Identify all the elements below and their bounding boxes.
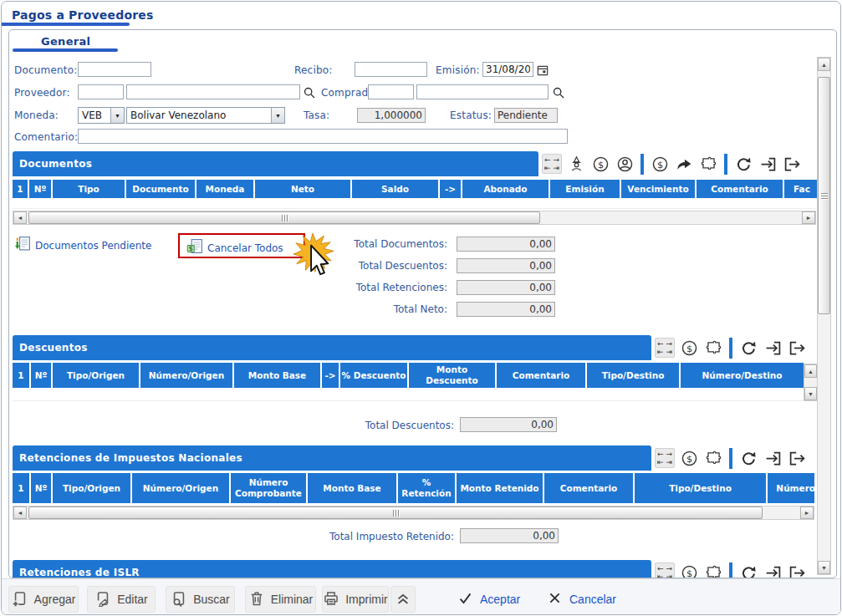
column-header[interactable]: Saldo [352, 180, 440, 198]
column-header[interactable]: Número/Origen [140, 363, 234, 388]
import-icon[interactable] [758, 154, 778, 174]
dropdown-arrow-icon[interactable]: ▼ [271, 108, 284, 123]
imprimir-button[interactable]: Imprimir [322, 586, 389, 613]
descuentos-vscrollbar[interactable]: ▲ ▼ [804, 364, 818, 401]
recibo-field[interactable] [355, 62, 427, 77]
column-header[interactable]: Nº [31, 473, 53, 503]
coin-dollar-icon[interactable]: $ [679, 338, 699, 358]
comentario-field[interactable] [78, 129, 568, 144]
coin-dollar-icon[interactable]: $ [650, 154, 670, 174]
column-header[interactable]: 1 [13, 180, 29, 198]
wizard-icon[interactable] [566, 154, 586, 174]
column-header[interactable]: Nº [29, 180, 53, 198]
dropdown-arrow-icon[interactable]: ▼ [110, 108, 124, 123]
column-header[interactable]: Monto Retenido [457, 473, 544, 503]
column-header[interactable]: % Retención [398, 473, 457, 503]
column-header[interactable]: % Descuento [340, 363, 409, 388]
proveedor-name-field[interactable] [126, 84, 300, 99]
share-arrow-icon[interactable] [674, 154, 694, 174]
col-resize-icon[interactable]: ← →⇤ ⇥ [655, 338, 675, 358]
scroll-left-icon[interactable]: ◄ [13, 507, 27, 519]
column-header[interactable]: Neto [255, 180, 352, 198]
scrollbar-thumb[interactable] [818, 77, 830, 314]
search-icon[interactable] [302, 85, 316, 99]
coin-dollar-icon[interactable]: $ [590, 154, 610, 174]
editar-button[interactable]: Editar [87, 586, 156, 613]
column-header[interactable]: Documento [126, 180, 196, 198]
comprador-code-field[interactable] [368, 84, 414, 99]
column-header[interactable]: -> [322, 363, 340, 388]
buscar-button[interactable]: Buscar [166, 586, 235, 613]
eliminar-button[interactable]: Eliminar [245, 586, 316, 613]
col-resize-icon[interactable]: ← →⇤ ⇥ [655, 563, 675, 578]
coin-dollar-icon[interactable]: $ [679, 448, 699, 468]
moneda-name-select[interactable]: Bolivar Venezolano ▼ [126, 107, 285, 124]
cancelar-button[interactable]: Cancelar [547, 586, 616, 613]
scroll-down-icon[interactable]: ▼ [818, 561, 830, 574]
column-header[interactable]: Comentario [697, 180, 784, 198]
moneda-code-select[interactable]: VEB ▼ [78, 107, 125, 124]
import-icon[interactable] [763, 448, 783, 468]
column-header[interactable]: Comentario [497, 363, 587, 388]
refresh-icon[interactable] [738, 563, 758, 578]
column-header[interactable]: Emisión [550, 180, 621, 198]
column-header[interactable]: Tipo [53, 180, 126, 198]
export-icon[interactable] [782, 154, 802, 174]
refresh-icon[interactable] [733, 154, 753, 174]
comprador-name-field[interactable] [416, 84, 549, 99]
column-header[interactable]: Número/Destino [681, 363, 804, 388]
column-header[interactable]: Tipo/Origen [53, 473, 132, 503]
import-icon[interactable] [763, 338, 783, 358]
documento-field[interactable] [78, 62, 151, 77]
retenciones-hscrollbar[interactable]: ◄ ► [13, 506, 814, 520]
collapse-toolbar-button[interactable] [390, 586, 416, 613]
column-header[interactable]: Vencimiento [621, 180, 697, 198]
person-icon[interactable] [615, 154, 635, 174]
refresh-icon[interactable] [738, 338, 758, 358]
scroll-up-icon[interactable]: ▲ [818, 58, 830, 71]
calendar-icon[interactable] [535, 63, 549, 77]
puzzle-icon[interactable] [703, 448, 723, 468]
scroll-left-icon[interactable]: ◄ [13, 211, 27, 224]
proveedor-code-field[interactable] [78, 84, 124, 99]
column-header[interactable]: Tipo/Destino [587, 363, 681, 388]
column-header[interactable]: 1 [13, 363, 31, 388]
column-header[interactable]: Monto Descuento [409, 363, 497, 388]
column-header[interactable]: 1 [13, 473, 31, 503]
column-header[interactable]: -> [440, 180, 462, 198]
emision-field[interactable] [482, 62, 533, 77]
column-header[interactable]: Moneda [196, 180, 255, 198]
scroll-right-icon[interactable]: ► [800, 507, 814, 519]
refresh-icon[interactable] [738, 448, 758, 468]
tab-general[interactable]: General [41, 35, 90, 48]
scroll-right-icon[interactable]: ► [802, 211, 815, 224]
import-icon[interactable] [763, 563, 783, 578]
column-header[interactable]: Monto Base [234, 363, 322, 388]
scrollbar-thumb[interactable] [28, 507, 763, 519]
column-header[interactable]: Abonado [462, 180, 550, 198]
column-header[interactable]: Tipo/Origen [53, 363, 140, 388]
documentos-hscrollbar[interactable]: ◄ ► [13, 211, 816, 225]
column-header[interactable]: Número/Origen [132, 473, 231, 503]
documentos-pendiente-link[interactable]: Documentos Pendiente [14, 235, 151, 256]
aceptar-button[interactable]: Aceptar [457, 586, 520, 613]
column-header[interactable]: Fac [784, 180, 818, 198]
column-header[interactable]: Número Comprobante [231, 473, 308, 503]
column-header[interactable]: Nº [31, 363, 53, 388]
scrollbar-thumb[interactable] [28, 211, 540, 224]
col-resize-icon[interactable]: ← →⇤ ⇥ [542, 154, 562, 174]
puzzle-icon[interactable] [698, 154, 718, 174]
export-icon[interactable] [787, 448, 807, 468]
scroll-down-icon[interactable]: ▼ [804, 387, 817, 400]
export-icon[interactable] [787, 563, 807, 578]
coin-dollar-icon[interactable]: $ [679, 563, 699, 578]
main-vscrollbar[interactable]: ▲ ▼ [817, 57, 831, 575]
col-resize-icon[interactable]: ← →⇤ ⇥ [655, 448, 675, 468]
export-icon[interactable] [787, 338, 807, 358]
column-header[interactable]: Número/D [768, 473, 814, 503]
column-header[interactable]: Tipo/Destino [635, 473, 768, 503]
puzzle-icon[interactable] [703, 338, 723, 358]
cancelar-todos-link[interactable]: $ Cancelar Todos [186, 237, 283, 258]
agregar-button[interactable]: Agregar [8, 586, 79, 613]
column-header[interactable]: Monto Base [308, 473, 398, 503]
